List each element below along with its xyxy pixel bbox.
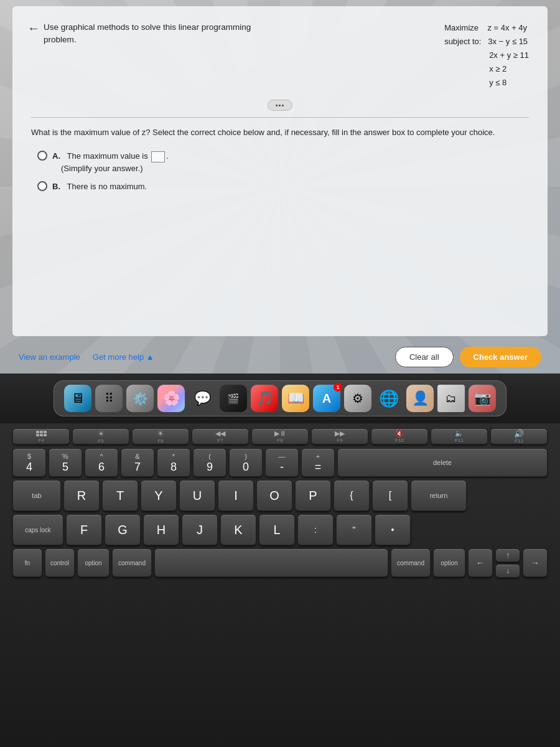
- key-7[interactable]: & 7: [121, 448, 154, 477]
- space-key[interactable]: [154, 548, 388, 577]
- expand-button[interactable]: •••: [268, 100, 293, 111]
- problem-instruction: Use graphical methods to solve this line…: [44, 21, 280, 47]
- bottom-right-actions: Clear all Check answer: [395, 347, 541, 367]
- dock-finder2-icon[interactable]: 🗂: [437, 385, 465, 412]
- dock-avatar-icon[interactable]: 👤: [406, 385, 434, 412]
- f11-key[interactable]: 🔈 F11: [431, 428, 488, 444]
- number-key-row: $ 4 % 5 ^ 6 & 7 * 8 ( 9 ) 0 — -: [12, 448, 548, 477]
- key-rbracket[interactable]: [: [372, 480, 408, 511]
- key-h[interactable]: H: [143, 514, 179, 545]
- key-y[interactable]: Y: [141, 480, 177, 511]
- caps-lock-key[interactable]: caps lock: [12, 514, 63, 545]
- f12-key[interactable]: 🔊 F12: [490, 428, 548, 444]
- screen: ← Use graphical methods to solve this li…: [0, 0, 560, 374]
- f5-key[interactable]: ☀ F5: [72, 428, 129, 444]
- function-key-row: F4 ☀ F5 ☀ F6 ◀◀ F7 ▶⏸ F8 ▶▶ F9 🔇 F10: [12, 428, 548, 444]
- key-p[interactable]: P: [295, 480, 331, 511]
- key-equal[interactable]: + =: [301, 448, 335, 477]
- dock-extras-icon[interactable]: 📷: [469, 385, 496, 412]
- dock-launchpad-icon[interactable]: ⠿: [95, 385, 123, 412]
- tab-key[interactable]: tab: [12, 480, 61, 511]
- f10-key[interactable]: 🔇 F10: [371, 428, 428, 444]
- dock-browser-icon[interactable]: 🌐: [375, 385, 403, 412]
- dock-music-icon[interactable]: 🎵: [251, 385, 278, 412]
- keyboard-area: F4 ☀ F5 ☀ F6 ◀◀ F7 ▶⏸ F8 ▶▶ F9 🔇 F10: [0, 423, 560, 747]
- home-row: caps lock F G H J K L : " •: [12, 514, 548, 545]
- divider: [31, 117, 529, 118]
- f7-key[interactable]: ◀◀ F7: [192, 428, 249, 444]
- key-f[interactable]: F: [66, 514, 102, 545]
- dock: 🖥 ⠿ ⚙️ 🌸 💬 🎬 🎵 📖 A 1 ⚙ 🌐 👤 🗂 📷: [54, 380, 506, 416]
- dock-photos-icon[interactable]: 🌸: [157, 385, 185, 412]
- content-card: ← Use graphical methods to solve this li…: [12, 6, 548, 336]
- key-0[interactable]: ) 0: [229, 448, 263, 477]
- key-l[interactable]: L: [259, 514, 295, 545]
- check-answer-button[interactable]: Check answer: [460, 347, 541, 367]
- view-example-link[interactable]: View an example: [19, 352, 80, 362]
- key-k[interactable]: K: [220, 514, 256, 545]
- f6-key[interactable]: ☀ F6: [132, 428, 189, 444]
- dock-screen-recorder-icon[interactable]: 🎬: [220, 385, 247, 412]
- fn-key[interactable]: fn: [12, 548, 42, 577]
- back-arrow-icon[interactable]: ←: [27, 21, 40, 35]
- key-6[interactable]: ^ 6: [85, 448, 118, 477]
- arrow-down-key[interactable]: ↓: [495, 564, 520, 578]
- key-u[interactable]: U: [179, 480, 215, 511]
- key-dot[interactable]: •: [375, 514, 411, 545]
- dock-gear-utility-icon[interactable]: ⚙: [344, 385, 371, 412]
- f8-key[interactable]: ▶⏸ F8: [251, 428, 309, 444]
- radio-a[interactable]: [37, 151, 47, 161]
- key-5[interactable]: % 5: [49, 448, 82, 477]
- command-key-left[interactable]: command: [112, 548, 152, 577]
- arrow-right-key[interactable]: →: [523, 548, 548, 577]
- key-o[interactable]: O: [256, 480, 292, 511]
- bottom-bar: View an example Get more help ▲ Clear al…: [12, 347, 548, 367]
- key-i[interactable]: I: [218, 480, 254, 511]
- f4-key[interactable]: F4: [12, 428, 70, 444]
- key-lbracket[interactable]: {: [334, 480, 370, 511]
- app-store-badge: 1: [334, 383, 342, 392]
- dock-books-icon[interactable]: 📖: [282, 385, 309, 412]
- qwerty-row: tab R T Y U I O P { [ return: [12, 480, 548, 511]
- key-minus[interactable]: — -: [265, 448, 299, 477]
- dock-app-store-icon[interactable]: A 1: [313, 385, 340, 412]
- key-t[interactable]: T: [102, 480, 138, 511]
- key-8[interactable]: * 8: [157, 448, 190, 477]
- option-key[interactable]: option: [77, 548, 110, 577]
- problem-math: Maximize z = 4x + 4y subject to: 3x − y …: [444, 21, 529, 90]
- key-j[interactable]: J: [182, 514, 218, 545]
- dock-finder-icon[interactable]: 🖥: [64, 385, 91, 412]
- key-quote[interactable]: ": [336, 514, 372, 545]
- choice-b[interactable]: B. There is no maximum.: [37, 181, 529, 193]
- key-4[interactable]: $ 4: [12, 448, 46, 477]
- return-key[interactable]: return: [411, 480, 467, 511]
- key-r[interactable]: R: [63, 480, 100, 511]
- delete-key[interactable]: delete: [337, 448, 548, 477]
- arrow-up-key[interactable]: ↑: [495, 548, 520, 562]
- get-more-help-link[interactable]: Get more help ▲: [93, 352, 154, 362]
- problem-header: Use graphical methods to solve this line…: [31, 21, 529, 90]
- radio-b[interactable]: [37, 181, 47, 191]
- answer-choices: A. The maximum value is . (Simplify your…: [37, 150, 529, 193]
- command-key-right[interactable]: command: [391, 548, 431, 577]
- key-g[interactable]: G: [105, 514, 141, 545]
- question-text: What is the maximum value of z? Select t…: [31, 126, 529, 139]
- answer-input-a[interactable]: [151, 151, 165, 162]
- dock-area: 🖥 ⠿ ⚙️ 🌸 💬 🎬 🎵 📖 A 1 ⚙ 🌐 👤 🗂 📷: [0, 374, 560, 423]
- dock-system-prefs-icon[interactable]: ⚙️: [126, 385, 154, 412]
- choice-a[interactable]: A. The maximum value is . (Simplify your…: [37, 150, 529, 174]
- f9-key[interactable]: ▶▶ F9: [311, 428, 368, 444]
- arrow-left-key[interactable]: ←: [468, 548, 493, 577]
- clear-all-button[interactable]: Clear all: [395, 347, 454, 367]
- key-semicolon[interactable]: :: [297, 514, 334, 545]
- bottom-modifier-row: fn control option command command option…: [12, 548, 548, 578]
- dock-messages-icon[interactable]: 💬: [189, 385, 216, 412]
- bottom-left-actions: View an example Get more help ▲: [19, 352, 154, 362]
- control-key[interactable]: control: [45, 548, 75, 577]
- option-key-right[interactable]: option: [433, 548, 465, 577]
- key-9[interactable]: ( 9: [193, 448, 226, 477]
